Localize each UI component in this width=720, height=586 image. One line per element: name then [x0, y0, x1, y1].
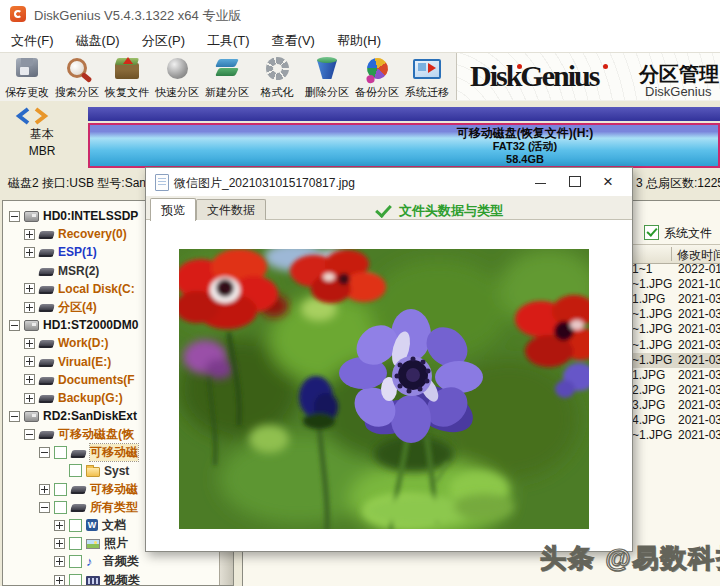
collapse-icon[interactable]: [39, 447, 50, 458]
green-check-icon: [375, 201, 392, 218]
menu-item[interactable]: 工具(T): [196, 28, 261, 52]
toolbar-button-format[interactable]: 格式化: [252, 55, 302, 100]
expand-icon[interactable]: [24, 374, 35, 385]
tree-checkbox[interactable]: [54, 446, 67, 459]
collapse-icon[interactable]: [24, 429, 35, 440]
system-files-label: 系统文件: [664, 225, 712, 242]
logo-panel: DiskGenius 分区管理 DiskGenius: [456, 53, 720, 100]
expand-icon[interactable]: [54, 575, 65, 586]
tree-checkbox[interactable]: [54, 501, 67, 514]
tree-item-label: 可移动磁盘(恢: [58, 426, 134, 443]
expand-icon[interactable]: [24, 229, 35, 240]
tree-item-label: Virual(E:): [58, 355, 111, 369]
file-name: 1.JPG: [632, 292, 665, 306]
tree-checkbox[interactable]: [69, 574, 82, 586]
toolbar-button-save[interactable]: 保存更改: [2, 55, 52, 100]
menu-item[interactable]: 文件(F): [0, 28, 65, 52]
tree-item-label: Syst: [104, 464, 129, 478]
selected-partition-bar[interactable]: 可移动磁盘(恢复文件)(H:) FAT32 (活动) 58.4GB: [88, 123, 720, 168]
toolbar-button-label: 保存更改: [5, 85, 49, 100]
maximize-button[interactable]: [558, 168, 592, 196]
tree-item-label: HD0:INTELSSDP: [43, 209, 138, 223]
file-modified-date: 2021-03: [678, 413, 720, 427]
expand-icon[interactable]: [54, 556, 65, 567]
toolbar-button-search[interactable]: 搜索分区: [52, 55, 102, 100]
tree-checkbox[interactable]: [69, 519, 82, 532]
file-name: ~1.JPG: [632, 277, 672, 291]
tree-checkbox[interactable]: [69, 464, 82, 477]
partition-icon: [38, 340, 55, 348]
window-title: DiskGenius V5.4.3.1322 x64 专业版: [34, 7, 241, 25]
recover-icon: [115, 63, 139, 79]
tab-preview[interactable]: 预览: [150, 198, 196, 221]
partition-icon: [38, 377, 55, 385]
toolbar-button-quick[interactable]: 快速分区: [152, 55, 202, 100]
file-name: 4.JPG: [632, 413, 665, 427]
expand-icon[interactable]: [24, 393, 35, 404]
file-name: 1.JPG: [632, 368, 665, 382]
file-modified-date: 2021-03: [678, 322, 720, 336]
expand-icon[interactable]: [24, 247, 35, 258]
menu-item[interactable]: 磁盘(D): [65, 28, 131, 52]
toolbar-button-new[interactable]: 新建分区: [202, 55, 252, 100]
collapse-icon[interactable]: [9, 320, 20, 331]
disk-info-left: 磁盘2 接口:USB 型号:San: [8, 175, 146, 192]
close-button[interactable]: [592, 168, 626, 196]
toolbar-button-label: 备份分区: [355, 85, 399, 100]
image-icon: [86, 539, 100, 549]
tree-item-label: 音频类: [103, 553, 139, 570]
disk-overview-bar[interactable]: [88, 107, 720, 121]
partition-icon: [70, 486, 87, 494]
nav-arrows[interactable]: [14, 107, 70, 125]
tree-item-label: Work(D:): [58, 336, 108, 350]
file-modified-date: 2021-03: [678, 338, 720, 352]
expand-icon[interactable]: [24, 302, 35, 313]
migrate-icon: [413, 59, 441, 79]
tree-item-label: Recovery(0): [58, 227, 127, 241]
file-name: ~1.JPG: [632, 307, 672, 321]
tree-checkbox[interactable]: [69, 555, 82, 568]
menu-bar: 文件(F)磁盘(D)分区(P)工具(T)查看(V)帮助(H): [0, 28, 720, 52]
minimize-button[interactable]: [524, 168, 558, 196]
column-separator[interactable]: [671, 247, 672, 261]
expand-icon[interactable]: [24, 283, 35, 294]
system-files-checkbox[interactable]: [644, 225, 659, 240]
collapse-icon[interactable]: [39, 502, 50, 513]
expand-icon[interactable]: [54, 538, 65, 549]
collapse-icon[interactable]: [9, 411, 20, 422]
toolbar-button-delete[interactable]: 删除分区: [302, 55, 352, 100]
tree-item-label: 可移动磁: [90, 444, 138, 461]
file-name: ~1.JPG: [632, 322, 672, 336]
tree-checkbox[interactable]: [54, 483, 67, 496]
expand-icon[interactable]: [39, 484, 50, 495]
partition-icon: [38, 231, 55, 239]
toolbar-button-recover[interactable]: 恢复文件: [102, 55, 152, 100]
collapse-icon[interactable]: [9, 211, 20, 222]
new-icon: [214, 57, 240, 79]
menu-item[interactable]: 分区(P): [131, 28, 196, 52]
partition-filesystem: FAT32 (活动): [325, 140, 720, 153]
dialog-preview-area: [146, 220, 632, 551]
toolbar-button-label: 系统迁移: [405, 85, 449, 100]
expand-icon[interactable]: [24, 356, 35, 367]
expand-icon[interactable]: [54, 520, 65, 531]
file-name: 3.JPG: [632, 398, 665, 412]
expand-icon[interactable]: [24, 338, 35, 349]
partition-icon: [38, 304, 55, 312]
partition-icon: [38, 268, 55, 276]
menu-item[interactable]: 帮助(H): [326, 28, 392, 52]
preview-dialog: 微信图片_2021031015170817.jpg 预览 文件数据 文件头数据与…: [145, 167, 633, 552]
menu-item[interactable]: 查看(V): [261, 28, 326, 52]
toolbar-button-migrate[interactable]: 系统迁移: [402, 55, 452, 100]
toolbar-button-backup[interactable]: 备份分区: [352, 55, 402, 100]
toolbar-button-label: 新建分区: [205, 85, 249, 100]
dialog-title-bar[interactable]: 微信图片_2021031015170817.jpg: [146, 168, 632, 196]
tree-item[interactable]: 音频类: [3, 553, 234, 571]
toolbar-button-label: 快速分区: [155, 85, 199, 100]
partition-overview: 基本 MBR 可移动磁盘(恢复文件)(H:) FAT32 (活动) 58.4GB: [0, 101, 720, 170]
tab-file-data[interactable]: 文件数据: [196, 199, 266, 220]
tree-checkbox[interactable]: [69, 537, 82, 550]
tree-item[interactable]: 视频类: [3, 571, 234, 586]
partition-style-label: 基本: [0, 126, 84, 143]
file-modified-date: 2021-03: [678, 353, 720, 367]
